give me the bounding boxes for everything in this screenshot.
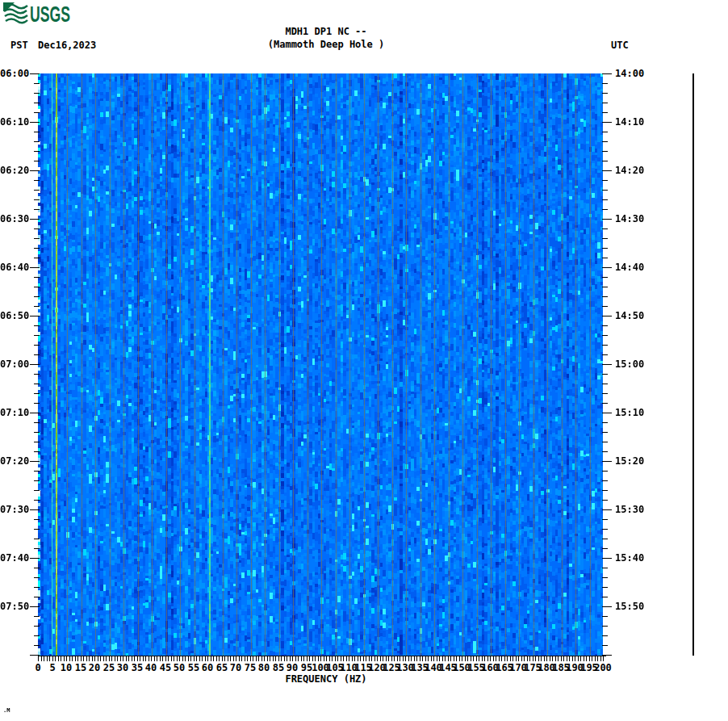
left-tick bbox=[34, 335, 40, 336]
x-tick bbox=[145, 656, 146, 661]
left-tick bbox=[34, 112, 40, 113]
right-tick bbox=[602, 413, 612, 413]
x-tick bbox=[584, 656, 584, 661]
left-tick bbox=[34, 132, 40, 132]
x-tick bbox=[103, 656, 104, 661]
x-tick bbox=[188, 656, 189, 661]
left-tick bbox=[34, 471, 40, 472]
x-tick bbox=[117, 656, 118, 661]
x-tick bbox=[49, 656, 50, 661]
x-tick bbox=[303, 656, 304, 661]
left-tick bbox=[34, 626, 40, 627]
x-tick bbox=[123, 656, 123, 661]
right-tick bbox=[602, 393, 608, 394]
x-tick bbox=[335, 656, 336, 661]
right-tick bbox=[602, 73, 612, 74]
x-tick bbox=[403, 656, 404, 661]
x-tick bbox=[442, 656, 443, 661]
x-tick bbox=[380, 656, 381, 661]
left-tick bbox=[34, 345, 40, 346]
x-tick bbox=[504, 656, 505, 661]
x-tick bbox=[493, 656, 494, 661]
left-tick bbox=[34, 209, 40, 210]
x-tick bbox=[194, 656, 195, 661]
x-tick bbox=[422, 656, 423, 661]
corner-mark: .M bbox=[3, 708, 10, 714]
x-tick bbox=[332, 656, 333, 661]
x-tick bbox=[66, 656, 67, 661]
right-tick bbox=[602, 199, 608, 200]
left-tick bbox=[34, 325, 40, 326]
right-tick bbox=[602, 122, 612, 123]
left-time-label: 07:00 bbox=[0, 358, 29, 370]
x-tick bbox=[529, 656, 530, 661]
right-tick bbox=[602, 655, 612, 656]
right-tick bbox=[602, 335, 608, 336]
x-tick bbox=[190, 656, 191, 661]
x-tick bbox=[247, 656, 248, 661]
left-tick bbox=[34, 519, 40, 520]
x-tick bbox=[414, 656, 415, 661]
x-tick bbox=[205, 656, 206, 661]
x-tick bbox=[233, 656, 234, 661]
x-tick bbox=[261, 656, 262, 661]
right-tick bbox=[602, 219, 612, 220]
x-tick bbox=[476, 656, 477, 661]
timezone-right-label: UTC bbox=[611, 40, 629, 51]
x-tick bbox=[569, 656, 570, 661]
left-tick bbox=[34, 480, 40, 481]
x-tick bbox=[567, 656, 567, 661]
x-tick bbox=[149, 656, 149, 661]
x-tick bbox=[420, 656, 420, 661]
x-tick bbox=[267, 656, 268, 661]
x-tick bbox=[168, 656, 169, 661]
x-tick bbox=[448, 656, 449, 661]
right-time-label: 15:00 bbox=[615, 358, 644, 370]
x-tick bbox=[358, 656, 358, 661]
left-tick bbox=[34, 587, 40, 588]
x-tick bbox=[211, 656, 211, 661]
x-tick bbox=[428, 656, 429, 661]
right-tick bbox=[602, 374, 608, 375]
x-tick bbox=[199, 656, 200, 661]
x-tick bbox=[109, 656, 110, 661]
right-tick bbox=[602, 384, 608, 384]
right-tick bbox=[602, 442, 608, 442]
left-tick bbox=[34, 422, 40, 423]
right-tick bbox=[602, 490, 608, 491]
left-time-label: 06:40 bbox=[0, 262, 29, 273]
left-tick bbox=[34, 238, 40, 239]
left-tick bbox=[34, 451, 40, 452]
left-tick bbox=[34, 539, 40, 539]
x-tick bbox=[603, 656, 604, 661]
x-tick bbox=[207, 656, 208, 661]
right-tick bbox=[602, 403, 608, 404]
x-tick bbox=[343, 656, 344, 661]
x-tick bbox=[341, 656, 341, 661]
left-tick bbox=[34, 83, 40, 84]
right-tick bbox=[602, 248, 608, 249]
left-tick bbox=[34, 374, 40, 375]
left-tick bbox=[34, 500, 40, 501]
x-tick bbox=[388, 656, 389, 661]
x-tick bbox=[213, 656, 214, 661]
left-time-label: 07:40 bbox=[0, 552, 29, 564]
x-tick bbox=[171, 656, 172, 661]
x-tick bbox=[450, 656, 451, 661]
x-tick bbox=[337, 656, 338, 661]
left-tick bbox=[34, 645, 40, 646]
right-tick bbox=[602, 345, 608, 346]
x-tick bbox=[134, 656, 135, 661]
x-tick bbox=[256, 656, 257, 661]
x-tick bbox=[228, 656, 228, 661]
left-tick bbox=[34, 568, 40, 568]
x-tick bbox=[98, 656, 98, 661]
right-tick bbox=[602, 277, 608, 278]
x-tick bbox=[196, 656, 197, 661]
x-tick bbox=[544, 656, 545, 661]
x-tick bbox=[589, 656, 590, 661]
right-tick bbox=[602, 180, 608, 181]
x-tick bbox=[253, 656, 253, 661]
x-tick bbox=[371, 656, 372, 661]
x-tick bbox=[546, 656, 547, 661]
